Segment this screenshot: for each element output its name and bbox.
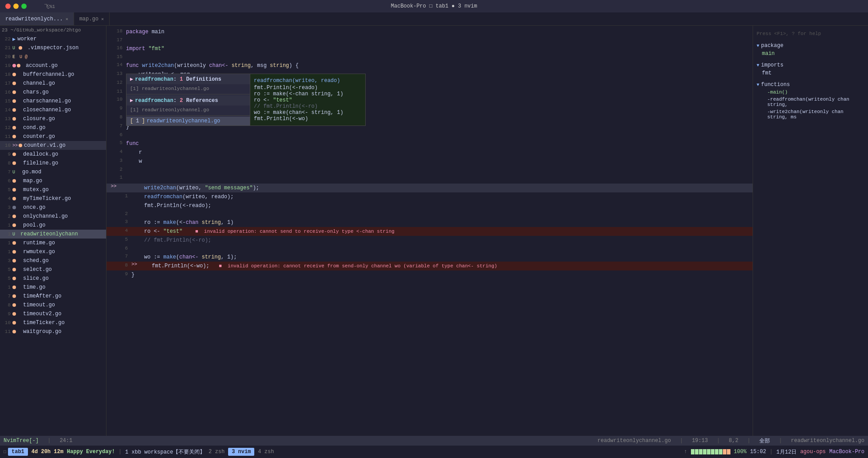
file-dot bbox=[12, 286, 16, 289]
sidebar-item-readwrite[interactable]: 1 U readwriteonlychann bbox=[0, 230, 106, 239]
sidebar-item-runtime[interactable]: 1 runtime.go bbox=[0, 239, 106, 247]
git-u-icon: U bbox=[12, 46, 19, 51]
sidebar-item-u-at[interactable]: 20 E U @ bbox=[0, 52, 106, 61]
scroll-icon: ↑ bbox=[684, 449, 687, 455]
tab-close-icon[interactable]: ✕ bbox=[101, 16, 104, 22]
popup-item-selected[interactable]: [ 1 ] readwriteonlychannel.go bbox=[126, 117, 250, 125]
file-dot bbox=[12, 153, 16, 156]
sidebar-item-charschannel[interactable]: 15 charschannel.go bbox=[0, 97, 106, 106]
sidebar-item-time[interactable]: 1 time.go bbox=[0, 283, 106, 292]
sidebar-item-rwmutex[interactable]: 1 rwmutex.go bbox=[0, 247, 106, 256]
sidebar-item-map[interactable]: 6 map.go bbox=[0, 176, 106, 185]
sidebar-item-deallock[interactable]: 9 deallock.go bbox=[0, 150, 106, 159]
rp-imports-toggle[interactable]: ▼ imports bbox=[755, 61, 866, 69]
code-line-5: 5 func bbox=[107, 139, 753, 148]
tab-readwriteonly[interactable]: readwriteonlych... ✕ bbox=[0, 12, 74, 25]
traffic-lights bbox=[5, 4, 27, 9]
main-area: 23 ~/GitHub_workspace/2htgo 22 ▶ worker … bbox=[0, 26, 868, 436]
code-area[interactable]: 18 package main 17 16 import "fmt" 15 14… bbox=[107, 26, 753, 436]
sidebar-item-chars[interactable]: 16 chars.go bbox=[0, 88, 106, 97]
bottom-workspace: 1 xbb workspace【不要关闭】 bbox=[125, 448, 205, 456]
sidebar-item-timeout[interactable]: 8 timeout.go bbox=[0, 301, 106, 309]
window-title: MacBook-Pro □ tab1 ● 3 nvim bbox=[391, 3, 477, 9]
popup-preview-line3: ro <- "test" bbox=[254, 97, 362, 103]
statusbar: NvimTree[-] | 24:1 readwriteonlychannel.… bbox=[0, 436, 868, 446]
rp-package-toggle[interactable]: ▼ package bbox=[755, 42, 866, 50]
file-dot bbox=[12, 179, 16, 183]
rp-functions-toggle[interactable]: ▼ functions bbox=[755, 81, 866, 89]
file-dot bbox=[12, 90, 16, 94]
file-dot bbox=[12, 188, 16, 192]
sidebar-item-timeoutv2[interactable]: 9 timeoutv2.go bbox=[0, 309, 106, 318]
rp-package-name: main bbox=[762, 51, 775, 57]
rp-import-fmt: fmt bbox=[755, 69, 866, 77]
code-line-l6: 6 bbox=[107, 245, 753, 253]
tab-indicator: □ tab1 bbox=[4, 448, 28, 456]
sidebar-item-closure[interactable]: 13 closure.go bbox=[0, 114, 106, 123]
rp-fn-write2chan[interactable]: -write2chan(writeonly chan string, ms bbox=[755, 108, 866, 121]
rp-hint-text: Press <F1>, ? for help bbox=[755, 29, 866, 38]
sidebar-item-sched[interactable]: 3 sched.go bbox=[0, 256, 106, 265]
minimize-button[interactable] bbox=[13, 4, 19, 9]
git-e-icon: E bbox=[12, 55, 19, 59]
sidebar-item-once[interactable]: 3 once.go bbox=[0, 203, 106, 212]
code-line-3: 3 w bbox=[107, 157, 753, 166]
sidebar-item-bufferchannel[interactable]: 18 bufferchannel.go bbox=[0, 70, 106, 79]
pb-seg3 bbox=[699, 449, 702, 454]
tabbar: readwriteonlych... ✕ map.go ✕ bbox=[0, 12, 868, 26]
sidebar-item-waitgroup[interactable]: 11 waitgroup.go bbox=[0, 327, 106, 336]
bottom-user: agou-ops bbox=[800, 449, 826, 455]
popup-def-ref: [1] readwriteonlychannel.go bbox=[126, 84, 250, 93]
sidebar-item-vimspector[interactable]: 21 U .vimspector.json bbox=[0, 43, 106, 52]
fn-read-label: -readfromchan(writeonly chan string, bbox=[767, 97, 849, 107]
sidebar-item-onlychannel[interactable]: 2 onlychannel.go bbox=[0, 212, 106, 221]
sidebar-item-slice[interactable]: 5 slice.go bbox=[0, 274, 106, 283]
file-dot bbox=[12, 135, 16, 138]
popup-definitions[interactable]: ▶ readfromchan: 1 Definitions [1] readwr… bbox=[126, 74, 250, 126]
popup-preview-line1: fmt.Println(<-reado) bbox=[254, 85, 362, 91]
bottom-progress: 100% bbox=[734, 449, 747, 455]
tab-close-icon[interactable]: ✕ bbox=[66, 16, 68, 22]
sidebar-item-timeticker[interactable]: 10 timeTicker.go bbox=[0, 318, 106, 327]
file-dot bbox=[12, 294, 16, 298]
file-dot bbox=[12, 241, 16, 245]
file-dot bbox=[12, 215, 16, 218]
sidebar-item-mytimeticker[interactable]: 4 myTimeTicker.go bbox=[0, 194, 106, 203]
popup-overlay: ▶ readfromchan: 1 Definitions [1] readwr… bbox=[126, 74, 366, 126]
status-cursor: 19:13 bbox=[692, 438, 708, 444]
rp-fn-readfromchan[interactable]: -readfromchan(writeonly chan string, bbox=[755, 96, 866, 108]
bottom-nvim[interactable]: 3 nvim bbox=[228, 448, 254, 456]
popup-ref-arrow-icon: ▶ bbox=[130, 97, 133, 104]
sidebar-item-closechannel[interactable]: 14 closechannel.go bbox=[0, 106, 106, 114]
sidebar-item-gomod[interactable]: 7 U go.mod bbox=[0, 168, 106, 176]
sidebar-item-account[interactable]: 19 account.go bbox=[0, 61, 106, 70]
file-dot bbox=[12, 277, 16, 280]
code-line-l3: 2 bbox=[107, 210, 753, 218]
code-line-2: 2 bbox=[107, 166, 753, 174]
titlebar: 飞%1 MacBook-Pro □ tab1 ● 3 nvim bbox=[0, 0, 868, 12]
maximize-button[interactable] bbox=[21, 4, 27, 9]
vim-label: 飞%1 bbox=[44, 3, 55, 10]
dir-expand-icon: ▶ bbox=[12, 36, 16, 43]
rp-fn-main[interactable]: -main() bbox=[755, 89, 866, 96]
close-button[interactable] bbox=[5, 4, 11, 9]
bottombar: □ tab1 4d 20h 12m Happy Everyday! | 1 xb… bbox=[0, 446, 868, 458]
bottom-shell2: 2 zsh bbox=[209, 449, 225, 455]
popup-preview-fn: readfromchan(writeo, reado) bbox=[254, 78, 362, 84]
file-dot bbox=[12, 108, 16, 112]
sidebar-item-pool[interactable]: 1 pool.go bbox=[0, 221, 106, 230]
sidebar-item-fileline[interactable]: 8 fileline.go bbox=[0, 159, 106, 168]
tab-map[interactable]: map.go ✕ bbox=[74, 12, 110, 25]
sidebar-item-mutex[interactable]: 5 mutex.go bbox=[0, 185, 106, 194]
sidebar-item-counterv1[interactable]: 10 >> counter.v1.go bbox=[0, 141, 106, 150]
rp-package-value: main bbox=[755, 50, 866, 58]
sidebar-item-cond[interactable]: 12 cond.go bbox=[0, 123, 106, 132]
bottom-date: 1月12日 bbox=[777, 448, 797, 456]
sidebar-item-timeafter[interactable]: 7 timeAfter.go bbox=[0, 292, 106, 301]
sidebar-item-counter[interactable]: 11 counter.go bbox=[0, 132, 106, 141]
tab1-button[interactable]: tab1 bbox=[8, 448, 28, 456]
file-dot bbox=[12, 197, 16, 200]
sidebar-item-worker[interactable]: 22 ▶ worker bbox=[0, 35, 106, 43]
sidebar-item-select[interactable]: 5 select.go bbox=[0, 265, 106, 274]
sidebar-item-channel[interactable]: 17 channel.go bbox=[0, 79, 106, 88]
